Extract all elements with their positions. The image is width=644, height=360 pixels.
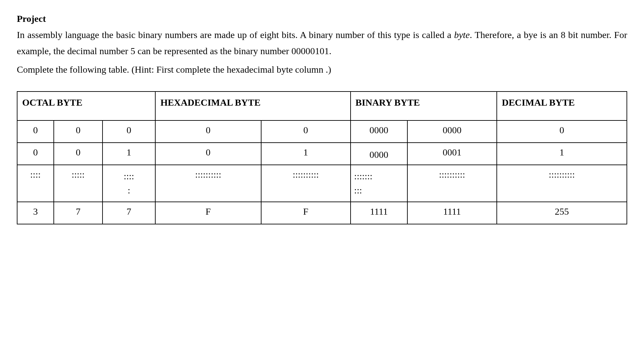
para1-text-a: In assembly language the basic binary nu… bbox=[17, 30, 454, 40]
cell-bin2: 0001 bbox=[407, 143, 497, 165]
cell-hex2: F bbox=[261, 202, 351, 224]
cell-oct2: 0 bbox=[54, 120, 103, 143]
cell-dec: 0 bbox=[497, 120, 627, 143]
cell-dec: :::::::::: bbox=[497, 165, 627, 202]
cell-oct1: :::: bbox=[17, 165, 54, 202]
cell-hex1: :::::::::: bbox=[155, 165, 261, 202]
cell-oct2: 7 bbox=[54, 202, 103, 224]
para1-italic: byte bbox=[454, 30, 470, 40]
header-decimal: DECIMAL BYTE bbox=[497, 92, 627, 120]
cell-oct3: 7 bbox=[103, 202, 155, 224]
cell-oct3: 0 bbox=[103, 120, 155, 143]
header-binary: BINARY BYTE bbox=[351, 92, 497, 120]
header-octal: OCTAL BYTE bbox=[17, 92, 155, 120]
paragraph-2: Complete the following table. (Hint: Fir… bbox=[17, 62, 627, 78]
table-header-row: OCTAL BYTE HEXADECIMAL BYTE BINARY BYTE … bbox=[17, 92, 627, 120]
table-row: 0 0 1 0 1 0000 0001 1 bbox=[17, 143, 627, 165]
cell-bin2: :::::::::: bbox=[407, 165, 497, 202]
cell-oct1: 0 bbox=[17, 120, 54, 143]
header-hex: HEXADECIMAL BYTE bbox=[155, 92, 350, 120]
cell-hex2: :::::::::: bbox=[261, 165, 351, 202]
cell-bin2: 1111 bbox=[407, 202, 497, 224]
table-row-ellipsis: :::: ::::: :::: : :::::::::: :::::::::: … bbox=[17, 165, 627, 202]
cell-oct2: 0 bbox=[54, 143, 103, 165]
cell-bin1: 0000 bbox=[351, 120, 407, 143]
cell-bin1: 0000 bbox=[351, 143, 407, 165]
project-heading: Project bbox=[17, 13, 627, 24]
cell-oct1: 3 bbox=[17, 202, 54, 224]
cell-bin2: 0000 bbox=[407, 120, 497, 143]
cell-hex1: 0 bbox=[155, 143, 261, 165]
cell-dec: 255 bbox=[497, 202, 627, 224]
cell-dec: 1 bbox=[497, 143, 627, 165]
cell-hex2: 0 bbox=[261, 120, 351, 143]
byte-table: OCTAL BYTE HEXADECIMAL BYTE BINARY BYTE … bbox=[17, 91, 627, 224]
cell-bin1: ::::::: ::: bbox=[351, 165, 407, 202]
cell-hex2: 1 bbox=[261, 143, 351, 165]
table-row: 3 7 7 F F 1111 1111 255 bbox=[17, 202, 627, 224]
cell-oct3: 1 bbox=[103, 143, 155, 165]
cell-oct2: ::::: bbox=[54, 165, 103, 202]
cell-bin1: 1111 bbox=[351, 202, 407, 224]
cell-hex1: F bbox=[155, 202, 261, 224]
cell-oct3: :::: : bbox=[103, 165, 155, 202]
cell-oct1: 0 bbox=[17, 143, 54, 165]
table-row: 0 0 0 0 0 0000 0000 0 bbox=[17, 120, 627, 143]
paragraph-1: In assembly language the basic binary nu… bbox=[17, 27, 627, 59]
cell-hex1: 0 bbox=[155, 120, 261, 143]
